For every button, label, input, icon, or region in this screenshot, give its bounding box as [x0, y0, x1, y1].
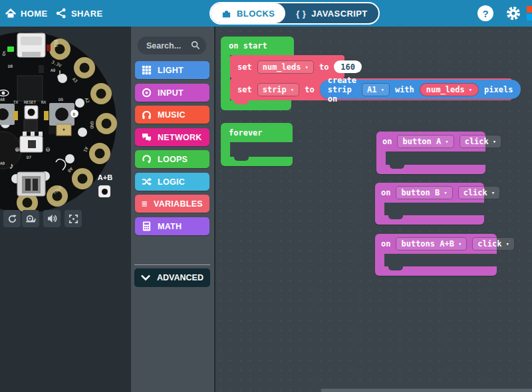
block-cavity	[384, 203, 484, 215]
block-notch	[388, 215, 403, 219]
block-cavity	[384, 254, 497, 266]
category-network[interactable]: NETWORK	[135, 128, 209, 146]
board-usb-connector	[17, 33, 45, 57]
forever-block[interactable]: forever	[221, 123, 293, 166]
number-input[interactable]: 160	[334, 60, 362, 73]
share-button[interactable]: SHARE	[56, 0, 103, 27]
board-button-b[interactable]: B	[49, 103, 78, 126]
category-loops[interactable]: LOOPS	[135, 150, 209, 168]
category-label: LIGHT	[158, 66, 184, 75]
block-cavity	[386, 151, 485, 165]
board-slide-switch[interactable]	[20, 132, 43, 152]
pad-label-gnd: GND	[89, 121, 94, 129]
category-variables[interactable]: VARIABLES	[135, 195, 209, 213]
pixels-keyword: pixels	[484, 85, 513, 94]
sim-slowmo-button[interactable]	[22, 210, 39, 227]
help-button[interactable]: ?	[477, 5, 493, 21]
board-label-b: B	[73, 112, 76, 116]
category-label: INPUT	[158, 88, 184, 98]
horizontal-scrollbar[interactable]	[321, 389, 532, 392]
target-icon	[142, 88, 152, 98]
category-label: NETWORK	[158, 133, 202, 142]
create-strip-text: create strip on	[328, 76, 356, 104]
category-math[interactable]: MATH	[135, 217, 209, 235]
action-dropdown[interactable]: click	[458, 186, 501, 199]
gear-icon	[505, 5, 521, 21]
sim-fullscreen-button[interactable]	[65, 210, 82, 227]
variable-name: num_leds	[263, 62, 301, 72]
board-label-on: On	[1, 50, 6, 56]
board-label-d5: D5	[59, 97, 64, 102]
action-dropdown[interactable]: click	[460, 135, 502, 148]
on-keyword: on	[381, 239, 390, 248]
category-music[interactable]: MUSIC	[135, 106, 209, 124]
headphones-icon	[142, 110, 152, 120]
pin-dropdown[interactable]: A1	[362, 83, 390, 96]
microsoft-logo	[527, 6, 532, 21]
blocks-label: BLOCKS	[237, 9, 275, 19]
toolbox: LIGHT INPUT MUSIC NETWORK LOOPS	[131, 27, 214, 392]
sim-mute-button[interactable]	[43, 210, 61, 227]
category-label: LOOPS	[158, 155, 188, 164]
variable-dropdown[interactable]: num_leds	[257, 60, 314, 74]
settings-button[interactable]	[505, 5, 521, 21]
button-value: button B	[401, 188, 440, 197]
home-button[interactable]: HOME	[5, 0, 48, 27]
home-icon	[5, 8, 16, 19]
ab-button-label: A+B	[95, 173, 115, 181]
number-value: 160	[340, 62, 355, 72]
search-input[interactable]	[138, 37, 206, 54]
grid-icon	[142, 65, 152, 75]
button-dropdown[interactable]: button A	[397, 135, 454, 148]
forever-cavity	[230, 142, 293, 157]
block-notch	[388, 266, 403, 270]
board-reset-button[interactable]	[25, 106, 38, 119]
svg-text:⊖: ⊖	[45, 146, 51, 153]
action-dropdown[interactable]: click	[472, 237, 515, 250]
sim-restart-button[interactable]	[3, 210, 21, 227]
create-strip-block[interactable]: create strip on A1 with num_leds pixels	[320, 80, 521, 99]
on-button-b-click-block[interactable]: on button B click	[375, 183, 484, 225]
editor-toggle: BLOCKS JAVASCRIPT	[209, 2, 380, 25]
on-keyword: on	[381, 188, 390, 197]
category-light[interactable]: LIGHT	[135, 61, 209, 79]
button-dropdown[interactable]: buttons A+B	[396, 237, 467, 250]
chat-icon	[142, 132, 152, 142]
board-button-a[interactable]	[0, 104, 15, 125]
set-keyword: set	[237, 85, 252, 94]
on-start-header[interactable]: on start	[221, 37, 294, 55]
board-label-d7: D7	[27, 155, 32, 159]
button-dropdown[interactable]: button B	[396, 186, 452, 199]
simulator-panel: 3.3V A3 A2 GND A1 A0 VOUT On D13 D8 A9 A…	[0, 27, 131, 392]
on-start-footer	[221, 100, 291, 110]
category-input[interactable]: INPUT	[135, 84, 209, 102]
num-leds-variable-pill[interactable]: num_leds	[420, 83, 479, 96]
set-strip-block[interactable]: set strip to create strip on A1 with num…	[230, 78, 512, 100]
share-icon	[56, 8, 66, 19]
blocks-workspace[interactable]: on start set num_leds to 160 set strip t…	[215, 27, 532, 392]
forever-label: forever	[229, 128, 263, 138]
category-label: LOGIC	[158, 177, 185, 187]
action-value: click	[465, 137, 489, 146]
category-logic[interactable]: LOGIC	[135, 173, 209, 191]
button-value: button A	[402, 137, 441, 146]
with-keyword: with	[395, 85, 414, 94]
board-label-rx: RX	[41, 100, 47, 104]
tab-blocks[interactable]: BLOCKS	[211, 3, 285, 23]
variable-dropdown[interactable]: strip	[257, 83, 300, 96]
help-label: ?	[482, 8, 488, 19]
board-label-d13: D13	[54, 40, 59, 47]
chevron-down-icon	[141, 273, 150, 282]
board-label-a8: A8	[0, 97, 5, 102]
board-label-tx: TX	[13, 100, 19, 104]
ab-button[interactable]	[98, 185, 110, 197]
toolbox-divider	[134, 264, 210, 265]
tab-javascript[interactable]: JAVASCRIPT	[285, 3, 378, 23]
on-buttons-ab-click-block[interactable]: on buttons A+B click	[375, 234, 497, 276]
category-advanced[interactable]: ADVANCED	[134, 268, 210, 287]
on-keyword: on	[382, 137, 392, 146]
on-button-a-click-block[interactable]: on button A click	[376, 132, 485, 174]
home-label: HOME	[21, 9, 48, 19]
share-label: SHARE	[71, 9, 103, 19]
snail-icon	[25, 213, 36, 224]
